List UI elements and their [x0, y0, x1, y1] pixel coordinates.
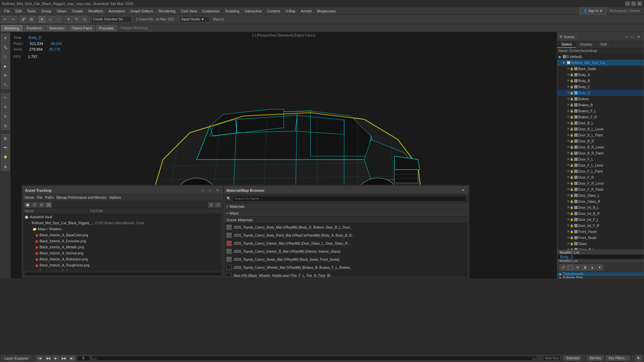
workspace-input[interactable] [179, 16, 210, 23]
mod-pin-btn[interactable]: 📌 [559, 264, 566, 270]
eye-icon-27[interactable]: 👁 [567, 224, 570, 227]
menu-edit[interactable]: Edit [13, 8, 24, 14]
scene-item-door-glass-l[interactable]: 👁🔒 Door_Glass_L [557, 192, 644, 198]
close-button[interactable]: ✕ [637, 1, 642, 6]
asset-map-1[interactable]: ▣ Black_Interior_A_BaseColor.png [23, 232, 222, 238]
lock-icon-24[interactable]: 🔒 [570, 206, 574, 209]
lock-icon-1[interactable]: 🔒 [570, 67, 574, 70]
asset-vault[interactable]: 🏠 Autodesk Vault [23, 214, 222, 220]
eye-icon-11[interactable]: 👁 [567, 127, 570, 131]
frame-input[interactable] [77, 356, 90, 361]
eye-icon-9[interactable]: 👁 [567, 115, 570, 119]
scene-item-door-fr-lever[interactable]: 👁🔒 Door_F_R_Lever [557, 180, 644, 186]
eye-icon-21[interactable]: 👁 [567, 188, 570, 191]
scene-item-door-br[interactable]: 👁🔒 Door_B_R [557, 138, 644, 144]
display-panel-button[interactable]: 👁 [1, 71, 10, 80]
prev-key-btn[interactable]: ◀◀ [45, 355, 51, 361]
eye-icon-28[interactable]: 👁 [567, 230, 570, 233]
lock-icon-8[interactable]: 🔒 [570, 109, 574, 113]
asset-map-4[interactable]: ▣ Black_Interior_A_Normal.png [23, 250, 222, 256]
menu-views[interactable]: Views [54, 8, 69, 14]
undo-button[interactable]: ↩ [1, 16, 9, 23]
mat-item-1[interactable]: 2025_Toyota_Camry_Body_Mat (VRayMtl) [Bo… [224, 223, 468, 231]
lock-icon-10[interactable]: 🔒 [570, 121, 574, 125]
eye-icon-2[interactable]: 👁 [567, 73, 570, 76]
lock-icon-3[interactable]: 🔒 [570, 79, 574, 82]
eye-icon-7[interactable]: 👁 [567, 103, 570, 107]
window-crossing-button[interactable]: ⬚ [54, 16, 62, 23]
eye-icon-23[interactable]: 👁 [567, 200, 570, 203]
scene-minimize[interactable]: ─ [624, 34, 630, 40]
eye-icon-3[interactable]: 👁 [567, 79, 570, 82]
scene-item-door-bl-paint[interactable]: 👁🔒 Door_B_L_Paint [557, 132, 644, 138]
lock-icon-23[interactable]: 🔒 [570, 200, 574, 203]
menu-animation[interactable]: Animation [106, 8, 128, 14]
lock-icon-13[interactable]: 🔒 [570, 139, 574, 143]
eye-icon-26[interactable]: 👁 [567, 218, 570, 221]
lock-icon-4[interactable]: 🔒 [570, 85, 574, 88]
select-button[interactable]: ✦ [38, 16, 46, 23]
eye-icon-19[interactable]: 👁 [567, 176, 570, 179]
mat-item-6[interactable]: 2025_Toyota_Camry_Wheels_Mat (VRayMtl) [… [224, 263, 468, 272]
mod-up-btn[interactable]: ▲ [589, 264, 596, 270]
scene-item-body-b[interactable]: 👁 🔒 Body_B [557, 78, 644, 84]
eye-icon-16[interactable]: 👁 [567, 158, 570, 161]
lock-icon-17[interactable]: 🔒 [570, 164, 574, 167]
select-tool-button[interactable]: ↖ [1, 93, 10, 102]
asset-scrollbar[interactable] [24, 272, 221, 276]
scene-item-door-int-fl[interactable]: 👁🔒 Door_Int_F_L [557, 217, 644, 223]
eye-icon-1[interactable]: 👁 [567, 67, 570, 70]
scene-close[interactable]: ✕ [636, 34, 642, 40]
minimize-button[interactable]: ─ [625, 1, 630, 6]
mat-item-4[interactable]: 2025_Toyota_Camry_Interior_B_Mat (VRayMt… [224, 247, 468, 255]
asset-menu-options[interactable]: Options [109, 196, 121, 199]
eye-icon-14[interactable]: 👁 [567, 145, 570, 149]
select-link-button[interactable]: 🔗 [20, 16, 27, 23]
tab-selection[interactable]: Selection [46, 25, 67, 31]
scene-item-door-fr[interactable]: 👁🔒 Door_F_R [557, 174, 644, 180]
scene-item-body-a[interactable]: 👁 🔒 Body_A [557, 72, 644, 78]
asset-menu-file[interactable]: File [37, 196, 42, 199]
at-refresh-btn[interactable]: ↺ [215, 202, 221, 207]
modify-panel-button[interactable]: 🔧 [1, 43, 10, 52]
select-region-button[interactable]: ▭ [46, 16, 54, 23]
eye-icon-29[interactable]: 👁 [567, 236, 570, 239]
rotate-tool-button[interactable]: ↻ [1, 112, 10, 121]
eye-icon-24[interactable]: 👁 [567, 206, 570, 209]
search-btn[interactable]: 🔍 [635, 355, 642, 361]
menu-graph-editors[interactable]: Graph Editors [128, 8, 156, 14]
scene-item-back-seats[interactable]: 👁 🔒 Back_Seats [557, 66, 644, 72]
scene-item-door-int-bl[interactable]: 👁🔒 Door_Int_B_L [557, 204, 644, 210]
tab-modeling[interactable]: Modeling [1, 25, 22, 31]
asset-map-2[interactable]: ▣ Black_Interior_A_Emissive.png [23, 238, 222, 244]
scene-tab-edit[interactable]: Edit [597, 41, 611, 48]
scene-item-door-fr-paint[interactable]: 👁🔒 Door_F_R_Paint [557, 186, 644, 192]
modifier-turbosmooth[interactable]: ▶ TurboSmooth [557, 272, 644, 276]
lock-icon-22[interactable]: 🔒 [570, 194, 574, 197]
scene-tab-select[interactable]: Select [557, 41, 576, 48]
lock-icon-12[interactable]: 🔒 [570, 133, 574, 137]
eye-icon-18[interactable]: 👁 [567, 170, 570, 173]
asset-menu-bitmap[interactable]: Bitmap Performance and Memory [56, 196, 107, 199]
lock-icon-26[interactable]: 🔒 [570, 218, 574, 221]
menu-create[interactable]: Create [69, 8, 86, 14]
eye-icon-31[interactable]: 👁 [567, 248, 570, 250]
menu-rendering[interactable]: Rendering [156, 8, 178, 14]
prev-frame-btn[interactable]: |◀ [37, 355, 43, 361]
create-panel-button[interactable]: ✦ [1, 34, 10, 42]
scene-item-front-panel[interactable]: 👁🔒 Front_Panel [557, 229, 644, 235]
move-tool-button[interactable]: ✛ [1, 103, 10, 111]
lock-icon-27[interactable]: 🔒 [570, 224, 574, 227]
scene-maximize[interactable]: □ [630, 34, 636, 40]
mat-item-2[interactable]: 2025_Toyota_Camry_Body_Paint_Mat (VRayCa… [224, 231, 468, 239]
scene-item-brakes-fr[interactable]: 👁🔒 Brakes_F_R [557, 114, 644, 120]
tab-freeform[interactable]: Freeform [24, 25, 45, 31]
eye-icon-10[interactable]: 👁 [567, 121, 570, 125]
scene-item-door-fl-paint[interactable]: 👁🔒 Door_F_L_Paint [557, 168, 644, 174]
timeline-track[interactable]: 160 200 [92, 356, 537, 361]
scene-item-front-seats[interactable]: 👁🔒 Front_Seats [557, 235, 644, 241]
mat-item-5[interactable]: 2025_Toyota_Camry_Seats_Mat (VRayMtl) [B… [224, 255, 468, 263]
menu-interactive[interactable]: Interactive [242, 8, 265, 14]
modifier-editable-poly[interactable]: ▶ Editable Poly [557, 276, 644, 279]
menu-vray[interactable]: V-Ray [283, 8, 298, 14]
